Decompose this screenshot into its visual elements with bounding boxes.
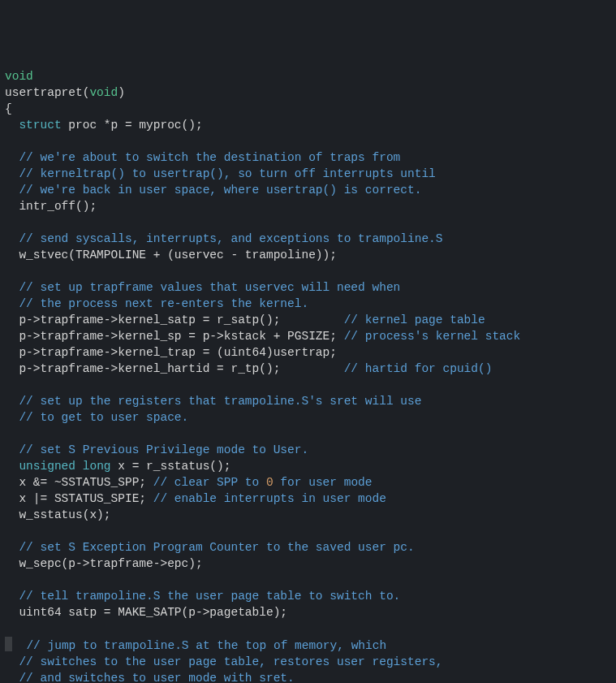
comment: // enable interrupts in user mode <box>153 492 386 505</box>
keyword-long: long <box>83 460 111 473</box>
code-text: x &= ~SSTATUS_SPP; <box>5 476 153 489</box>
comment: // we're back in user space, where usert… <box>5 184 421 197</box>
comment: // set S Exception Program Counter to th… <box>5 541 415 554</box>
comment: // jump to trampoline.S at the top of me… <box>12 639 386 652</box>
cursor <box>5 637 12 651</box>
code-text: p->trapframe->kernel_trap = (uint64)user… <box>5 346 337 359</box>
code-text: p->trapframe->kernel_hartid = r_tp(); <box>5 362 344 375</box>
keyword-void: void <box>89 86 118 99</box>
comment: // clear SPP to <box>153 476 266 489</box>
keyword-void: void <box>5 70 33 83</box>
comment: // kerneltrap() to usertrap(), so turn o… <box>5 167 436 180</box>
code-text: uint64 satp = MAKE_SATP(p->pagetable); <box>5 606 287 619</box>
code-text: p->trapframe->kernel_satp = r_satp(); <box>5 313 344 326</box>
code-text <box>75 460 83 473</box>
keyword-struct: struct <box>19 119 61 132</box>
comment: // kernel page table <box>344 313 485 326</box>
code-text: w_sstatus(x); <box>5 508 111 521</box>
code-text: x |= SSTATUS_SPIE; <box>5 492 153 505</box>
code-editor[interactable]: void usertrapret(void) { struct proc *p … <box>5 68 611 683</box>
comment: // to get to user space. <box>5 411 188 424</box>
keyword-unsigned: unsigned <box>19 460 75 473</box>
number-literal: 0 <box>266 476 274 489</box>
code-text: ) <box>118 86 125 99</box>
indent <box>5 119 19 132</box>
comment: // tell trampoline.S the user page table… <box>5 590 400 603</box>
code-text: proc *p = myproc(); <box>62 119 203 132</box>
function-name: usertrapret( <box>5 86 89 99</box>
comment: // the process next re-enters the kernel… <box>5 297 308 310</box>
comment: for user mode <box>274 476 373 489</box>
comment: // and switches to user mode with sret. <box>5 672 295 683</box>
comment: // set up trapframe values that uservec … <box>5 281 400 294</box>
comment: // set up the registers that trampoline.… <box>5 395 421 408</box>
code-text: intr_off(); <box>5 200 97 213</box>
code-text: x = r_sstatus(); <box>111 460 231 473</box>
comment: // switches to the user page table, rest… <box>5 655 443 668</box>
comment: // process's kernel stack <box>344 330 521 343</box>
comment: // send syscalls, interrupts, and except… <box>5 232 443 245</box>
code-text: p->trapframe->kernel_sp = p->kstack + PG… <box>5 330 344 343</box>
comment: // we're about to switch the destination… <box>5 151 400 164</box>
comment: // hartid for cpuid() <box>344 362 493 375</box>
comment: // set S Previous Privilege mode to User… <box>5 443 308 456</box>
code-text: w_stvec(TRAMPOLINE + (uservec - trampoli… <box>5 249 337 262</box>
code-text: w_sepc(p->trapframe->epc); <box>5 557 203 570</box>
brace: { <box>5 102 12 115</box>
indent <box>5 460 19 473</box>
